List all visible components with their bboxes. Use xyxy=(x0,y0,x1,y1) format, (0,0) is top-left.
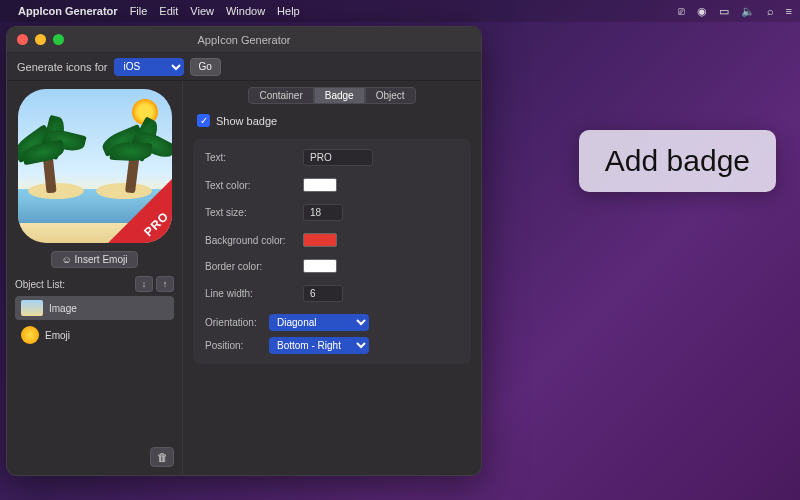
zoom-icon[interactable] xyxy=(53,34,64,45)
text-label: Text: xyxy=(205,152,303,163)
insert-emoji-button[interactable]: ☺ Insert Emoji xyxy=(51,251,139,268)
text-size-input[interactable] xyxy=(303,204,343,221)
app-window: AppIcon Generator Generate icons for iOS… xyxy=(6,26,482,476)
right-pane: Container Badge Object ✓ Show badge Text… xyxy=(183,81,481,475)
orientation-label: Orientation: xyxy=(205,317,269,328)
bg-color-swatch[interactable] xyxy=(303,233,337,247)
app-name[interactable]: AppIcon Generator xyxy=(18,5,118,17)
show-badge-checkbox[interactable]: ✓ Show badge xyxy=(197,114,471,127)
display-icon[interactable]: ▭ xyxy=(719,5,729,18)
text-color-swatch[interactable] xyxy=(303,178,337,192)
generate-label: Generate icons for xyxy=(17,61,108,73)
object-list-header: Object List: ↓ ↑ xyxy=(15,276,174,292)
menu-file[interactable]: File xyxy=(130,5,148,17)
show-badge-label: Show badge xyxy=(216,115,277,127)
checkbox-icon: ✓ xyxy=(197,114,210,127)
image-thumb-icon xyxy=(21,300,43,316)
titlebar: AppIcon Generator xyxy=(7,27,481,53)
traffic-lights xyxy=(17,34,64,45)
orientation-select[interactable]: Diagonal xyxy=(269,314,369,331)
platform-select[interactable]: iOS xyxy=(114,58,184,76)
go-button[interactable]: Go xyxy=(190,58,221,76)
textsize-label: Text size: xyxy=(205,207,303,218)
menubar-right: ⎚ ◉ ▭ 🔈 ⌕ ≡ xyxy=(678,5,792,18)
line-width-input[interactable] xyxy=(303,285,343,302)
toolbar: Generate icons for iOS Go xyxy=(7,53,481,81)
tab-badge[interactable]: Badge xyxy=(314,87,365,104)
textcolor-label: Text color: xyxy=(205,180,303,191)
delete-button[interactable]: 🗑 xyxy=(150,447,174,467)
list-item[interactable]: Image xyxy=(15,296,174,320)
tabs: Container Badge Object xyxy=(193,87,471,104)
menu-help[interactable]: Help xyxy=(277,5,300,17)
position-select[interactable]: Bottom - Right xyxy=(269,337,369,354)
window-title: AppIcon Generator xyxy=(7,34,481,46)
icon-preview: PRO xyxy=(18,89,172,243)
left-pane: PRO ☺ Insert Emoji Object List: ↓ ↑ Imag… xyxy=(7,81,183,475)
move-up-button[interactable]: ↑ xyxy=(156,276,174,292)
tab-container[interactable]: Container xyxy=(248,87,313,104)
menubar: AppIcon Generator File Edit View Window … xyxy=(0,0,800,22)
move-down-button[interactable]: ↓ xyxy=(135,276,153,292)
close-icon[interactable] xyxy=(17,34,28,45)
volume-icon[interactable]: 🔈 xyxy=(741,5,755,18)
object-list-label: Object List: xyxy=(15,279,65,290)
camera-icon[interactable]: ◉ xyxy=(697,5,707,18)
control-center-icon[interactable]: ≡ xyxy=(786,5,792,17)
linewidth-label: Line width: xyxy=(205,288,303,299)
tab-object[interactable]: Object xyxy=(365,87,416,104)
list-item-label: Emoji xyxy=(45,330,70,341)
screen-share-icon[interactable]: ⎚ xyxy=(678,5,685,17)
emoji-thumb-icon xyxy=(21,326,39,344)
callout-label: Add badge xyxy=(579,130,776,192)
menu-edit[interactable]: Edit xyxy=(159,5,178,17)
list-item-label: Image xyxy=(49,303,77,314)
badge-text-input[interactable] xyxy=(303,149,373,166)
position-label: Position: xyxy=(205,340,269,351)
list-item[interactable]: Emoji xyxy=(15,322,174,348)
bgcolor-label: Background color: xyxy=(205,235,303,246)
menu-window[interactable]: Window xyxy=(226,5,265,17)
badge-form: Text: Text color: Text size: Background … xyxy=(193,139,471,364)
bordercolor-label: Border color: xyxy=(205,261,303,272)
minimize-icon[interactable] xyxy=(35,34,46,45)
search-icon[interactable]: ⌕ xyxy=(767,5,774,17)
object-list: Image Emoji xyxy=(15,296,174,443)
menu-view[interactable]: View xyxy=(190,5,214,17)
border-color-swatch[interactable] xyxy=(303,259,337,273)
